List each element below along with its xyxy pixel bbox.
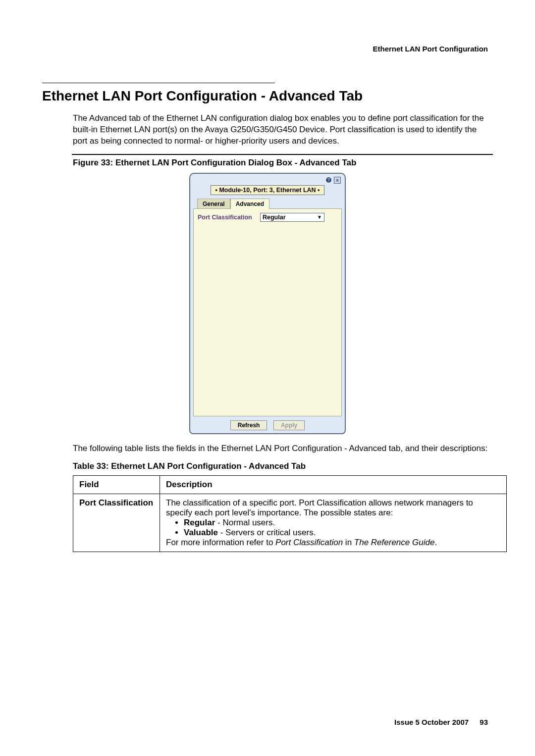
col-header-description: Description — [160, 475, 507, 494]
apply-button: Apply — [273, 420, 305, 430]
desc-last-end: . — [434, 538, 437, 547]
refresh-button[interactable]: Refresh — [230, 420, 268, 430]
cell-field: Port Classification — [73, 494, 160, 552]
tab-row: General Advanced — [197, 198, 342, 208]
page-footer: Issue 5 October 2007 93 — [394, 718, 488, 726]
dialog-button-row: Refresh Apply — [193, 416, 342, 430]
tab-general[interactable]: General — [197, 199, 230, 209]
close-icon[interactable]: × — [334, 177, 341, 184]
figure-rule-top — [72, 154, 493, 155]
table-header-row: Field Description — [73, 475, 507, 494]
port-classification-value: Regular — [263, 214, 286, 221]
figure-caption: Figure 33: Ethernet LAN Port Configurati… — [73, 158, 493, 168]
dialog-titlebar: × — [193, 177, 342, 185]
chevron-down-icon: ▼ — [317, 214, 322, 220]
running-header: Ethernet LAN Port Configuration — [42, 45, 493, 53]
list-item: Regular - Normal users. — [184, 518, 500, 528]
description-table: Field Description Port Classification Th… — [73, 475, 507, 552]
breadcrumb: • Module-10, Port: 3, Ethernet LAN • — [211, 185, 324, 195]
desc-last-pre: For more information refer to — [166, 538, 275, 547]
tab-advanced[interactable]: Advanced — [230, 199, 269, 209]
cell-field-text: Port Classification — [79, 498, 153, 507]
col-header-field: Field — [73, 475, 160, 494]
port-classification-label: Port Classification — [198, 214, 260, 221]
field-row: Port Classification Regular ▼ — [198, 213, 337, 222]
bullet-rest: - Normal users. — [215, 518, 275, 527]
bullet-bold: Regular — [184, 518, 215, 527]
section-rule — [42, 83, 275, 83]
bullet-rest: - Servers or critical users. — [218, 528, 316, 537]
footer-issue: Issue 5 October 2007 — [394, 718, 469, 726]
desc-last-em2: The Reference Guide — [354, 538, 435, 547]
dialog-box: × • Module-10, Port: 3, Ethernet LAN • G… — [189, 173, 346, 434]
desc-last-mid: in — [343, 538, 354, 547]
port-classification-select[interactable]: Regular ▼ — [260, 213, 324, 222]
tab-panel-advanced: Port Classification Regular ▼ — [193, 208, 342, 416]
intro-paragraph: The Advanced tab of the Ethernet LAN con… — [73, 113, 493, 147]
desc-bullet-list: Regular - Normal users. Valuable - Serve… — [184, 518, 500, 538]
table-caption: Table 33: Ethernet LAN Port Configuratio… — [73, 461, 493, 471]
table-row: Port Classification The classification o… — [73, 494, 507, 552]
desc-last-em1: Port Classification — [275, 538, 343, 547]
post-figure-paragraph: The following table lists the fields in … — [73, 443, 493, 454]
desc-line1: The classification of a specific port. P… — [166, 498, 473, 517]
bullet-bold: Valuable — [184, 528, 218, 537]
footer-page-number: 93 — [480, 718, 488, 726]
section-title: Ethernet LAN Port Configuration - Advanc… — [42, 88, 493, 104]
cell-description: The classification of a specific port. P… — [160, 494, 507, 552]
help-icon[interactable] — [325, 177, 332, 184]
list-item: Valuable - Servers or critical users. — [184, 528, 500, 538]
